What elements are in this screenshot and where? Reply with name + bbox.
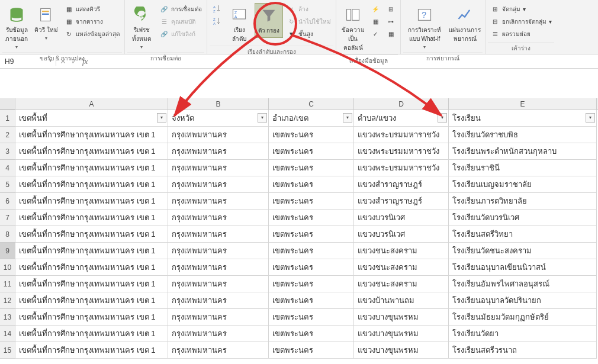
cell[interactable]: เขตพื้นที่การศึกษากรุงเทพมหานคร เขต 1 [15,193,168,210]
cancel-formula-button[interactable]: ✕ [60,57,66,66]
cell[interactable]: กรุงเทพมหานคร [168,143,269,160]
col-header-a[interactable]: A [15,98,168,109]
cell[interactable]: แขวงชนะสงคราม [354,259,449,276]
advanced-filter-button[interactable]: ▼ชั้นสูง [284,28,333,40]
cell[interactable]: โรงเรียนเบญจมราชาลัย [449,176,597,193]
cell[interactable]: โรงเรียนสตรีวรนาถ [449,342,597,359]
cell[interactable]: เขตพระนคร [269,326,354,342]
flash-fill-button[interactable]: ⚡ [368,3,382,15]
cell[interactable]: กรุงเทพมหานคร [168,326,269,342]
row-header[interactable]: 10 [0,259,15,276]
cell[interactable]: เขตพระนคร [269,243,354,259]
refresh-all-button[interactable]: รีเฟรช ทั้งหมด ▾ [127,3,156,52]
row-header[interactable]: 8 [0,226,15,243]
validation-button[interactable]: ✓ [368,28,382,40]
filter-dropdown-icon[interactable]: ▾ [586,113,595,123]
sort-desc-button[interactable]: ZA [210,15,224,27]
cell[interactable]: แขวงสำราญราษฎร์ [354,176,449,193]
enter-formula-button[interactable]: ✓ [71,57,78,66]
cell[interactable]: เขตพื้นที่การศึกษากรุงเทพมหานคร เขต 1 [15,292,168,309]
cell[interactable]: โรงเรียนอัมพรไพศาลอนุสรณ์ [449,276,597,292]
cell[interactable]: กรุงเทพมหานคร [168,259,269,276]
cell[interactable]: โรงเรียนราชินี [449,160,597,176]
cell[interactable]: แขวงบวรนิเวศ [354,210,449,226]
cell[interactable]: โรงเรียนอนุบาลเขียนนิวาสน์ [449,259,597,276]
show-queries-button[interactable]: ▦แสดงคิวรี [62,3,122,15]
get-external-data-button[interactable]: รับข้อมูล ภายนอก ▾ [2,3,31,52]
properties-button[interactable]: ☰คุณสมบัติ [157,15,204,27]
cell[interactable]: กรุงเทพมหานคร [168,276,269,292]
remove-dup-button[interactable]: ▦ [368,15,382,27]
col-header-d[interactable]: D [354,98,449,109]
cell[interactable]: โรงเรียนวัดชนะสงคราม [449,243,597,259]
cell[interactable]: แขวงชนะสงคราม [354,276,449,292]
cell[interactable]: เขตพื้นที่การศึกษากรุงเทพมหานคร เขต 1 [15,210,168,226]
cell[interactable]: เขตพระนคร [269,259,354,276]
cell[interactable]: เขตพระนคร [269,160,354,176]
cell[interactable]: โรงเรียนวัดยา [449,326,597,342]
cell[interactable]: แขวงบ้านพานถม [354,292,449,309]
clear-filter-button[interactable]: ✕ล้าง [284,3,333,15]
what-if-button[interactable]: ? การวิเคราะห์แบบ What-if ▾ [403,3,446,52]
row-header[interactable]: 7 [0,210,15,226]
row-header[interactable]: 5 [0,176,15,193]
row-header[interactable]: 12 [0,292,15,309]
forecast-sheet-button[interactable]: แผ่นงานการ พยากรณ์ [447,3,483,46]
cell[interactable]: เขตพระนคร [269,210,354,226]
sort-button[interactable]: ZA เรียง ลำดับ [225,3,253,46]
cell[interactable]: แขวงพระบรมมหาราชวัง [354,143,449,160]
fx-icon[interactable]: fx [82,57,88,66]
edit-links-button[interactable]: 🔗แก้ไขลิงก์ [157,28,204,40]
cell[interactable]: เขตพื้นที่การศึกษากรุงเทพมหานคร เขต 1 [15,243,168,259]
row-header[interactable]: 13 [0,309,15,326]
cell[interactable]: แขวงบางขุนพรหม [354,342,449,359]
cell[interactable]: แขวงชนะสงคราม [354,243,449,259]
cell[interactable]: โรงเรียนมัธยมวัดมกุฏกษัตริย์ [449,309,597,326]
cell[interactable]: เขตพื้นที่การศึกษากรุงเทพมหานคร เขต 1 [15,309,168,326]
row-header[interactable]: 1 [0,110,15,127]
header-cell-a[interactable]: เขตพื้นที่▾ [15,110,168,127]
header-cell-c[interactable]: อำเภอ/เขต▾ [269,110,354,127]
col-header-e[interactable]: E [449,98,597,109]
relationships-button[interactable]: ⊶ [384,15,398,27]
header-cell-e[interactable]: โรงเรียน▾ [449,110,597,127]
cell[interactable]: เขตพื้นที่การศึกษากรุงเทพมหานคร เขต 1 [15,143,168,160]
cell[interactable]: เขตพระนคร [269,292,354,309]
select-all-corner[interactable] [0,98,15,109]
col-header-b[interactable]: B [168,98,269,109]
cell[interactable]: แขวงบวรนิเวศ [354,226,449,243]
cell[interactable]: กรุงเทพมหานคร [168,176,269,193]
cell[interactable]: โรงเรียนพระตำหนักสวนกุหลาบ [449,143,597,160]
cell[interactable]: เขตพระนคร [269,176,354,193]
cell[interactable]: กรุงเทพมหานคร [168,127,269,143]
data-model-button[interactable]: ▦ [384,28,398,40]
row-header[interactable]: 9 [0,243,15,259]
row-header[interactable]: 2 [0,127,15,143]
col-header-c[interactable]: C [269,98,354,109]
cell[interactable]: โรงเรียนสตรีวิทยา [449,226,597,243]
name-box[interactable]: H9 [0,57,56,66]
filter-dropdown-icon[interactable]: ▾ [157,113,166,123]
cell[interactable]: เขตพื้นที่การศึกษากรุงเทพมหานคร เขต 1 [15,342,168,359]
new-query-button[interactable]: คิวรี ใหม่ ▾ [32,3,60,43]
row-header[interactable]: 15 [0,342,15,359]
ungroup-button[interactable]: ⊟ยกเลิกการจัดกลุ่ม ▾ [488,15,554,27]
cell[interactable]: กรุงเทพมหานคร [168,193,269,210]
cell[interactable]: เขตพระนคร [269,276,354,292]
cell[interactable]: แขวงบางขุนพรหม [354,326,449,342]
cell[interactable]: เขตพื้นที่การศึกษากรุงเทพมหานคร เขต 1 [15,160,168,176]
cell[interactable]: โรงเรียนอนุบาลวัดปรินายก [449,292,597,309]
cell[interactable]: เขตพระนคร [269,309,354,326]
cell[interactable]: โรงเรียนวัดราชบพิธ [449,127,597,143]
cell[interactable]: เขตพื้นที่การศึกษากรุงเทพมหานคร เขต 1 [15,226,168,243]
cell[interactable]: กรุงเทพมหานคร [168,226,269,243]
sort-asc-button[interactable]: AZ [210,3,224,15]
cell[interactable]: เขตพื้นที่การศึกษากรุงเทพมหานคร เขต 1 [15,259,168,276]
cell[interactable]: เขตพระนคร [269,193,354,210]
cell[interactable]: เขตพระนคร [269,342,354,359]
header-cell-d[interactable]: ตำบล/แขวง▾ [354,110,449,127]
cell[interactable]: กรุงเทพมหานคร [168,160,269,176]
cell[interactable]: เขตพระนคร [269,127,354,143]
reapply-button[interactable]: ↻นำไปใช้ใหม่ [284,15,333,27]
connections-button[interactable]: 🔗การเชื่อมต่อ [157,3,204,15]
